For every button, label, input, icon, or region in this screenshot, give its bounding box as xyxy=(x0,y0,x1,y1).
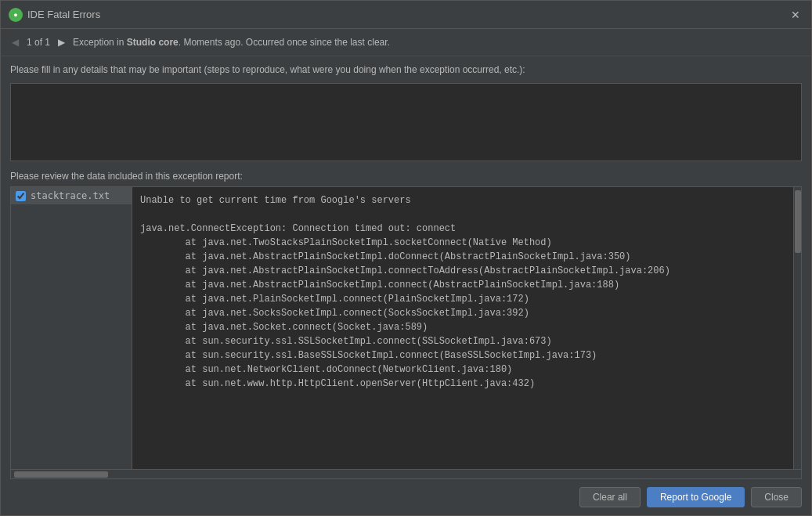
vertical-scrollbar[interactable] xyxy=(793,187,801,469)
close-button[interactable]: Close xyxy=(751,487,802,507)
error-source: Studio core xyxy=(127,37,179,48)
button-row: Clear all Report to Google Close xyxy=(1,479,811,515)
error-message-prefix: Exception in xyxy=(73,37,127,48)
error-message-suffix: . Moments ago. Occurred once since the l… xyxy=(179,37,390,48)
trace-content-area[interactable]: Unable to get current time from Google's… xyxy=(132,187,793,469)
horizontal-scrollbar[interactable] xyxy=(10,470,802,479)
title-bar: ● IDE Fatal Errors ✕ xyxy=(1,1,811,29)
horizontal-scrollbar-thumb xyxy=(14,471,108,478)
user-details-input[interactable] xyxy=(10,83,802,161)
file-checkbox-stacktrace[interactable] xyxy=(16,191,26,201)
error-counter: 1 of 1 xyxy=(27,37,50,48)
file-name-label: stacktrace.txt xyxy=(31,190,110,201)
app-icon: ● xyxy=(9,8,23,22)
stack-trace-text: Unable to get current time from Google's… xyxy=(140,193,785,391)
file-list: stacktrace.txt xyxy=(11,187,132,469)
instructions-text: Please fill in any details that may be i… xyxy=(1,56,811,80)
error-message: Exception in Studio core. Moments ago. O… xyxy=(73,37,390,48)
ide-fatal-errors-dialog: ● IDE Fatal Errors ✕ ◀ 1 of 1 ▶ Exceptio… xyxy=(0,0,812,516)
report-to-google-button[interactable]: Report to Google xyxy=(647,487,745,507)
navigation-row: ◀ 1 of 1 ▶ Exception in Studio core. Mom… xyxy=(1,29,811,56)
dialog-title: IDE Fatal Errors xyxy=(27,9,100,20)
dialog-close-button[interactable]: ✕ xyxy=(788,7,803,23)
prev-arrow[interactable]: ◀ xyxy=(9,35,22,49)
vertical-scrollbar-thumb xyxy=(795,190,801,253)
clear-all-button[interactable]: Clear all xyxy=(579,487,641,507)
next-arrow[interactable]: ▶ xyxy=(55,35,68,49)
report-data-area: stacktrace.txt Unable to get current tim… xyxy=(10,186,802,470)
section-label: Please review the data included in this … xyxy=(1,164,811,186)
list-item[interactable]: stacktrace.txt xyxy=(11,187,132,204)
title-bar-left: ● IDE Fatal Errors xyxy=(9,8,100,22)
